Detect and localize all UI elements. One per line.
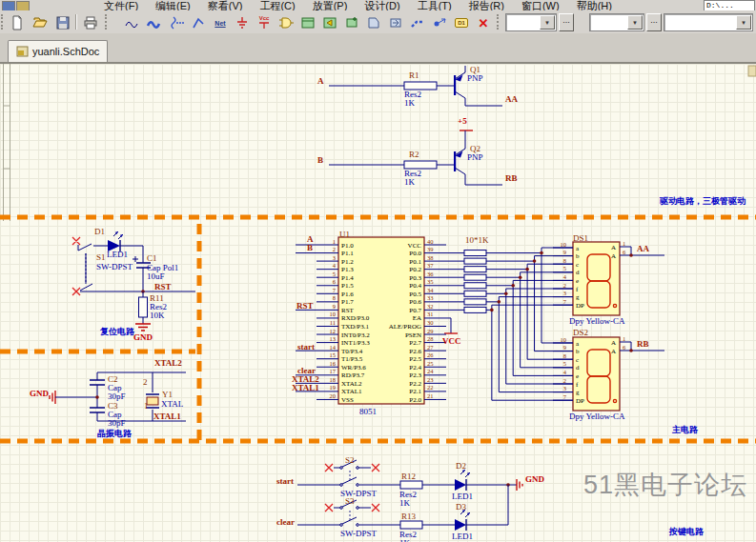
label-RST[interactable]: RST (296, 302, 314, 311)
label-S2[interactable]: S2 (345, 456, 355, 465)
label-XTAL[interactable]: XTAL (161, 400, 183, 409)
label-C1[interactable]: C1 (147, 254, 157, 263)
menu-item-放置(P)[interactable]: 放置(P) (304, 0, 357, 10)
menu-item-报告(R)[interactable]: 报告(R) (460, 0, 513, 10)
label-1K[interactable]: 1K (399, 499, 410, 508)
toolbar-grip[interactable] (497, 14, 501, 30)
power-vcc[interactable]: VCC (442, 337, 461, 346)
label-1K[interactable]: 1K (404, 99, 415, 108)
reset-circuit[interactable] (72, 231, 195, 331)
resistor-network-label[interactable]: 10*1K (465, 236, 489, 245)
place-wire-button[interactable] (122, 12, 143, 33)
power-plus5[interactable]: +5 (458, 117, 467, 126)
label-RB[interactable]: RB (637, 340, 649, 349)
toolbar-combo-2[interactable]: ▼ (589, 13, 644, 31)
place-vcc-power-port-button[interactable]: Vcc (254, 12, 275, 33)
label-30pF[interactable]: 30pF (108, 392, 126, 401)
label-DS2[interactable]: DS2 (573, 329, 588, 337)
label-10K[interactable]: 10K (150, 311, 165, 320)
label-XTAL1[interactable]: XTAL1 (292, 384, 319, 392)
toolbar-grip[interactable] (105, 14, 110, 30)
toolbar-grip[interactable] (1, 14, 6, 30)
menu-item-编辑(E)[interactable]: 编辑(E) (147, 0, 199, 10)
menu-item-设计(D)[interactable]: 设计(D) (356, 0, 408, 10)
label-LED1[interactable]: LED1 (452, 532, 473, 541)
place-part-button[interactable] (276, 12, 296, 33)
label-LED1[interactable]: LED1 (107, 251, 128, 259)
menu-item-察看(V)[interactable]: 察看(V) (199, 0, 252, 10)
label-2[interactable]: 2 (143, 378, 148, 387)
open-button[interactable] (30, 12, 51, 33)
label-Y1[interactable]: Y1 (162, 391, 173, 399)
menu-item-窗口(W)[interactable]: 窗口(W) (513, 0, 568, 10)
place-line-button[interactable] (188, 12, 209, 33)
tab-yuanli-schdoc[interactable]: yuanli.SchDoc (8, 40, 108, 62)
net-label-rb[interactable]: RB (505, 174, 518, 183)
label-R13[interactable]: R13 (401, 512, 416, 521)
section-label-drive[interactable]: 驱动电路，三极管驱动 (660, 197, 746, 206)
label-GND[interactable]: GND (30, 390, 49, 398)
schematic-canvas[interactable]: 1P1.02P1.13P1.24P1.35P1.46P1.57P1.68P1.7… (0, 63, 756, 542)
print-button[interactable] (80, 12, 101, 33)
u1-designator[interactable]: U1 (339, 231, 350, 239)
label-R1[interactable]: R1 (409, 71, 419, 80)
place-gnd-power-port-button[interactable] (232, 12, 253, 33)
label-SW-DPST[interactable]: SW-DPST (96, 263, 133, 271)
chevron-down-icon[interactable]: ▼ (627, 15, 643, 30)
window-icon[interactable] (2, 1, 15, 10)
net-label-rst[interactable]: RST (154, 283, 172, 291)
label-S3[interactable]: S3 (345, 497, 355, 506)
label-start[interactable]: start (276, 477, 294, 486)
label-Dpy Yellow-CA[interactable]: Dpy Yellow-CA (569, 412, 625, 421)
label-R12[interactable]: R12 (401, 472, 416, 481)
menu-item-文件(F)[interactable]: 文件(F) (95, 0, 147, 10)
section-label-crystal[interactable]: 晶振电路 (97, 430, 132, 438)
place-probe-button[interactable] (429, 12, 450, 33)
place-net-label-button[interactable]: Net (210, 12, 231, 33)
menu-item-工具(T)[interactable]: 工具(T) (409, 0, 460, 10)
section-label-reset[interactable]: 复位电路 (100, 328, 134, 336)
document-icon[interactable] (16, 1, 30, 10)
chevron-down-icon[interactable]: ▼ (540, 15, 555, 30)
label-LED1[interactable]: LED1 (452, 492, 473, 501)
place-bus-entry-button[interactable] (166, 12, 187, 33)
section-label-main[interactable]: 主电路 (672, 426, 698, 434)
place-sheet-symbol-button[interactable] (297, 12, 318, 33)
label-1[interactable]: 1 (144, 402, 149, 411)
toolbar-combo-3[interactable]: ▼ (664, 13, 753, 31)
label-GND[interactable]: GND (133, 333, 153, 342)
label-1K[interactable]: 1K (404, 178, 415, 187)
label-D3[interactable]: D3 (456, 503, 466, 512)
label-SW-DPST[interactable]: SW-DPST (340, 530, 377, 538)
label-D1[interactable]: D1 (94, 228, 105, 236)
label-XTAL2[interactable]: XTAL2 (154, 359, 182, 368)
path-field[interactable]: D:\... (704, 0, 755, 10)
label-XTAL1[interactable]: XTAL1 (153, 412, 181, 421)
label-PNP[interactable]: PNP (467, 74, 483, 83)
toolbar-browse-1[interactable]: ... (559, 13, 574, 31)
label-30pF[interactable]: 30pF (108, 419, 126, 428)
place-sheet-entry-button[interactable] (319, 12, 340, 33)
label-S1[interactable]: S1 (96, 253, 106, 262)
label-GND[interactable]: GND (525, 475, 544, 484)
net-label-a[interactable]: A (317, 77, 324, 86)
place-signal-harness-button[interactable] (407, 12, 428, 33)
net-label-b[interactable]: B (317, 156, 323, 165)
place-harness-connector-button[interactable] (363, 12, 384, 33)
toolbar-browse-2[interactable]: ... (646, 13, 662, 31)
label-R2[interactable]: R2 (409, 151, 419, 159)
net-label-aa[interactable]: AA (505, 95, 518, 104)
toolbar-combo-1[interactable]: ▼ (505, 13, 557, 31)
label-start[interactable]: start (297, 343, 315, 351)
place-harness-entry-button[interactable] (385, 12, 406, 33)
save-button[interactable] (52, 12, 73, 33)
place-bus-button[interactable] (144, 12, 165, 33)
section-label-keys[interactable]: 按键电路 (669, 528, 704, 536)
label-AA[interactable]: AA (637, 245, 649, 253)
chevron-down-icon[interactable]: ▼ (736, 15, 751, 30)
u1-type[interactable]: 8051 (359, 408, 377, 416)
label-DS1[interactable]: DS1 (573, 234, 588, 243)
menu-item-帮助(H)[interactable]: 帮助(H) (568, 0, 621, 10)
label-B[interactable]: B (307, 244, 313, 252)
label-PNP[interactable]: PNP (467, 153, 483, 162)
